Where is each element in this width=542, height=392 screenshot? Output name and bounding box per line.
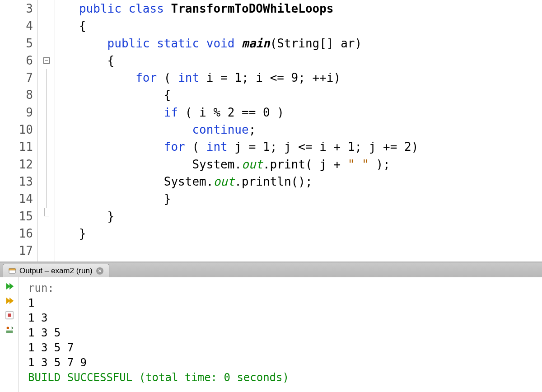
- line-number: 11: [0, 138, 37, 155]
- code-line[interactable]: System.out.println();: [58, 173, 542, 190]
- line-number: 6: [0, 52, 37, 69]
- line-number: 14: [0, 190, 37, 207]
- code-line[interactable]: for ( int j = 1; j <= i + 1; j += 2): [58, 138, 542, 155]
- stop-button[interactable]: [3, 310, 16, 321]
- code-line[interactable]: continue;: [58, 121, 542, 138]
- line-number: 3: [0, 0, 37, 17]
- fold-gutter[interactable]: −: [38, 0, 55, 261]
- fold-guide: [38, 121, 55, 138]
- line-number: 12: [0, 156, 37, 173]
- console-line: 1 3 5 7: [28, 341, 533, 355]
- code-line[interactable]: }: [58, 208, 542, 225]
- code-line[interactable]: {: [58, 17, 542, 34]
- output-icon: [9, 267, 16, 275]
- console-output[interactable]: run: 1 1 3 1 3 5 1 3 5 7 1 3 5 7 9 BUILD…: [19, 277, 542, 392]
- console-line: 1: [28, 296, 533, 311]
- line-number-gutter: 34567891011121314151617: [0, 0, 38, 261]
- code-area[interactable]: public class TransformToDOWhileLoops { p…: [55, 0, 542, 261]
- code-line[interactable]: for ( int i = 1; i <= 9; ++i): [58, 69, 542, 86]
- fold-guide: [38, 69, 55, 86]
- svg-rect-3: [8, 313, 11, 317]
- fold-guide: [38, 173, 55, 190]
- fold-guide: [38, 156, 55, 173]
- fold-guide: [38, 104, 55, 121]
- console-line: 1 3 5: [28, 326, 533, 341]
- console-line: 1 3 5 7 9: [28, 355, 533, 370]
- output-tab-label: Output – exam2 (run): [19, 266, 93, 275]
- code-line[interactable]: {: [58, 86, 542, 103]
- line-number: 4: [0, 17, 37, 34]
- output-toolbar: [0, 277, 19, 392]
- fold-guide: [38, 138, 55, 155]
- rerun-button[interactable]: [3, 281, 16, 292]
- code-line[interactable]: [58, 242, 542, 259]
- settings-button[interactable]: [3, 324, 16, 335]
- line-number: 17: [0, 242, 37, 259]
- output-tab-bar: Output – exam2 (run) ✕: [0, 262, 542, 277]
- console-line: 1 3: [28, 311, 533, 326]
- line-number: 9: [0, 104, 37, 121]
- svg-rect-5: [6, 331, 13, 333]
- run-button[interactable]: [3, 295, 16, 306]
- svg-rect-1: [9, 269, 15, 270]
- output-tab[interactable]: Output – exam2 (run) ✕: [3, 264, 109, 277]
- line-number: 10: [0, 121, 37, 138]
- code-editor[interactable]: 34567891011121314151617 − public class T…: [0, 0, 542, 262]
- code-line[interactable]: System.out.print( j + " " );: [58, 156, 542, 173]
- svg-point-4: [6, 327, 9, 330]
- output-pane: run: 1 1 3 1 3 5 1 3 5 7 1 3 5 7 9 BUILD…: [0, 277, 542, 392]
- fold-toggle[interactable]: −: [38, 52, 55, 69]
- fold-guide: [38, 190, 55, 207]
- console-line-run: run:: [28, 281, 533, 296]
- code-line[interactable]: }: [58, 225, 542, 242]
- code-line[interactable]: }: [58, 190, 542, 207]
- line-number: 8: [0, 86, 37, 103]
- close-icon[interactable]: ✕: [96, 267, 103, 275]
- fold-guide: [38, 86, 55, 103]
- line-number: 15: [0, 208, 37, 225]
- code-line[interactable]: public class TransformToDOWhileLoops: [58, 0, 542, 17]
- line-number: 16: [0, 225, 37, 242]
- line-number: 7: [0, 69, 37, 86]
- code-line[interactable]: public static void main(String[] ar): [58, 35, 542, 52]
- fold-end: [38, 208, 55, 225]
- code-line[interactable]: if ( i % 2 == 0 ): [58, 104, 542, 121]
- line-number: 5: [0, 35, 37, 52]
- line-number: 13: [0, 173, 37, 190]
- console-build-message: BUILD SUCCESSFUL (total time: 0 seconds): [28, 370, 533, 385]
- code-line[interactable]: {: [58, 52, 542, 69]
